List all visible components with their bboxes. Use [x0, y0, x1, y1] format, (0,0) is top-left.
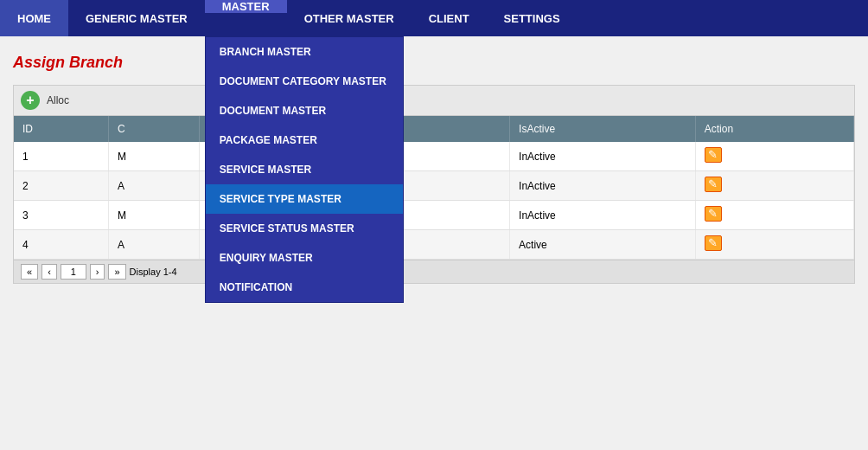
table-container: + Alloc ID C Assign Date IsActive Action…	[13, 85, 855, 284]
table-toolbar: + Alloc	[14, 86, 854, 116]
navbar: HOME GENERIC MASTER MASTER BRANCH MASTER…	[0, 0, 868, 36]
alloc-label: Alloc	[47, 94, 69, 106]
dropdown-document-category-master[interactable]: DOCUMENT CATEGORY MASTER	[206, 67, 403, 96]
dropdown-document-master[interactable]: DOCUMENT MASTER	[206, 96, 403, 125]
nav-master-dropdown-container: MASTER BRANCH MASTER DOCUMENT CATEGORY M…	[205, 0, 287, 36]
table-row: 4 A 31/10/2017 Active	[14, 230, 854, 260]
pagination-prev[interactable]: ‹	[41, 264, 57, 280]
cell-col2: A	[109, 230, 199, 260]
main-content: Assign Branch + Alloc ID C Assign Date I…	[0, 36, 868, 292]
dropdown-branch-master[interactable]: BRANCH MASTER	[206, 37, 403, 67]
table-row: 3 M 01/11/2017 InActive	[14, 201, 854, 230]
page-title: Assign Branch	[13, 45, 855, 80]
data-table: ID C Assign Date IsActive Action 1 M 31/…	[14, 116, 854, 260]
dropdown-service-master[interactable]: SERVICE MASTER	[206, 155, 403, 184]
dropdown-notification[interactable]: NOTIFICATION	[206, 273, 403, 302]
nav-settings[interactable]: SETTINGS	[487, 0, 578, 36]
col-isactive: IsActive	[510, 116, 696, 142]
edit-icon[interactable]	[705, 206, 722, 222]
table-row: 2 A 29/10/2017 InActive	[14, 171, 854, 201]
col-c: C	[109, 116, 199, 142]
col-action: Action	[695, 116, 853, 142]
pagination-next[interactable]: ›	[90, 264, 105, 280]
cell-isactive: InActive	[510, 171, 696, 201]
cell-action	[695, 142, 853, 171]
cell-action	[695, 201, 853, 230]
cell-action	[695, 230, 853, 260]
edit-icon[interactable]	[705, 235, 722, 251]
pagination-first[interactable]: «	[21, 264, 38, 280]
alloc-button[interactable]: +	[21, 91, 40, 110]
cell-id: 4	[14, 230, 109, 260]
edit-icon[interactable]	[705, 177, 722, 192]
cell-id: 3	[14, 201, 109, 230]
dropdown-package-master[interactable]: PACKAGE MASTER	[206, 125, 403, 155]
edit-icon[interactable]	[705, 147, 722, 163]
cell-action	[695, 171, 853, 201]
cell-isactive: InActive	[510, 142, 696, 171]
cell-id: 2	[14, 171, 109, 201]
cell-col2: M	[109, 201, 199, 230]
pagination-bar: « ‹ › » Display 1-4	[14, 260, 854, 283]
nav-home[interactable]: HOME	[0, 0, 68, 36]
pagination-display: Display 1-4	[130, 267, 177, 277]
dropdown-service-type-master[interactable]: SERVICE TYPE MASTER	[206, 184, 403, 214]
cell-id: 1	[14, 142, 109, 171]
table-row: 1 M 31/10/2017 InActive	[14, 142, 854, 171]
dropdown-service-status-master[interactable]: SERVICE STATUS MASTER	[206, 214, 403, 243]
nav-client[interactable]: CLIENT	[412, 0, 487, 36]
pagination-page-input[interactable]	[61, 264, 86, 280]
nav-generic-master[interactable]: GENERIC MASTER	[68, 0, 205, 36]
master-dropdown-menu: BRANCH MASTER DOCUMENT CATEGORY MASTER D…	[205, 36, 404, 303]
pagination-last[interactable]: »	[108, 264, 125, 280]
cell-col2: M	[109, 142, 199, 171]
cell-col2: A	[109, 171, 199, 201]
table-header-row: ID C Assign Date IsActive Action	[14, 116, 854, 142]
col-id: ID	[14, 116, 109, 142]
nav-master[interactable]: MASTER	[205, 0, 287, 13]
dropdown-enquiry-master[interactable]: ENQUIRY MASTER	[206, 243, 403, 273]
cell-isactive: InActive	[510, 201, 696, 230]
nav-other-master[interactable]: OTHER MASTER	[287, 0, 412, 36]
cell-isactive: Active	[510, 230, 696, 260]
